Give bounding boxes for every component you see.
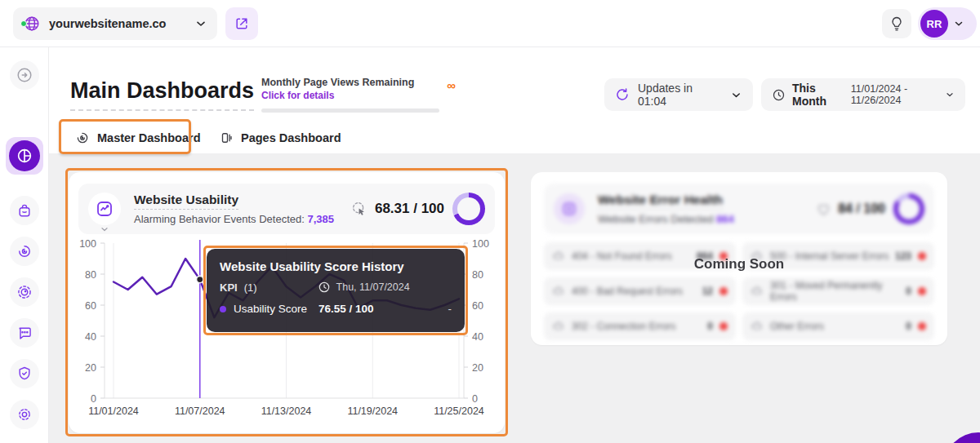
tooltip-title: Website Usability Score History — [220, 259, 452, 273]
sidebar-item-settings[interactable] — [10, 400, 39, 429]
error-status-dot — [918, 322, 926, 330]
page-header: Main Dashboards Monthly Page Views Remai… — [49, 47, 980, 122]
sidebar-item-security[interactable] — [10, 359, 39, 388]
page-views-block: Monthly Page Views Remaining Click for d… — [261, 77, 456, 113]
sidebar-item-recordings[interactable] — [10, 277, 39, 307]
page-title: Main Dashboards — [70, 78, 254, 111]
svg-text:11/25/2024: 11/25/2024 — [434, 405, 484, 417]
clock-icon — [318, 281, 331, 294]
svg-text:40: 40 — [85, 331, 96, 343]
error-card-subtitle: Website Errors Detected 864 — [598, 213, 816, 225]
error-card-header: Website Error Health Website Errors Dete… — [544, 184, 934, 234]
error-health-score: 84 / 100 — [838, 202, 885, 216]
error-card-title: Website Error Health — [598, 193, 723, 210]
usability-score-donut — [452, 193, 485, 225]
error-status-dot — [918, 287, 926, 295]
error-item-value: 0 — [707, 321, 713, 332]
website-name: yourwebsitename.co — [49, 17, 194, 30]
subtitle-text: Alarming Behavior Events Detected: — [134, 213, 307, 225]
tooltip-series-value: 76.55 / 100 — [318, 303, 448, 315]
error-item-label: 400 - Bad Request Errors — [572, 286, 702, 297]
spiral-icon — [75, 131, 90, 145]
pages-icon — [219, 131, 234, 145]
svg-text:100: 100 — [79, 238, 96, 250]
error-item-label: Other Errors — [770, 321, 906, 332]
globe-icon — [23, 15, 41, 33]
subtitle-value: 7,385 — [307, 213, 334, 225]
tab-pages-dashboard[interactable]: Pages Dashboard — [206, 122, 354, 153]
chevron-down-icon — [100, 224, 109, 234]
error-item-value: 0 — [906, 286, 911, 297]
sidebar-item-store[interactable] — [10, 196, 39, 225]
coming-soon-label: Coming Soon — [531, 256, 947, 272]
arrow-right-circle-icon — [16, 66, 33, 84]
avatar: RR — [920, 10, 948, 38]
usability-card-header: Website Usability Alarming Behavior Even… — [78, 184, 495, 234]
chevron-down-icon — [730, 89, 742, 101]
date-range-picker[interactable]: This Month 11/01/2024 - 11/26/2024 — [761, 78, 965, 111]
usability-card-icon[interactable] — [88, 193, 121, 225]
record-target-icon — [16, 284, 33, 300]
error-item-row: 400 - Bad Request Errors 12 — [544, 277, 736, 305]
usability-card-subtitle: Alarming Behavior Events Detected: 7,385 — [134, 213, 350, 225]
sidebar-collapse-button[interactable] — [10, 60, 39, 90]
chevron-down-icon — [194, 17, 207, 30]
updates-label: Updates in 01:04 — [638, 82, 722, 108]
open-website-button[interactable] — [225, 7, 258, 40]
svg-text:0: 0 — [91, 393, 96, 405]
svg-text:11/19/2024: 11/19/2024 — [347, 405, 398, 417]
error-item-row: 302 - Connection Errors 0 — [544, 312, 736, 340]
tab-label: Master Dashboard — [97, 131, 201, 144]
svg-text:20: 20 — [472, 362, 483, 374]
sidebar — [0, 47, 49, 443]
error-card-icon — [554, 193, 585, 224]
gear-icon — [16, 406, 33, 423]
svg-text:11/01/2024: 11/01/2024 — [88, 405, 139, 417]
svg-text:100: 100 — [472, 238, 489, 250]
dashboard-tabs: Master Dashboard Pages Dashboard — [49, 122, 980, 153]
svg-text:60: 60 — [85, 300, 96, 312]
svg-text:11/07/2024: 11/07/2024 — [175, 405, 225, 417]
chat-bubble-icon — [16, 325, 33, 341]
svg-text:0: 0 — [472, 393, 478, 405]
lightbulb-icon — [889, 16, 905, 32]
tooltip-series-name: Usability Score — [234, 303, 307, 315]
line-chart-icon — [95, 199, 114, 219]
shield-check-icon — [16, 365, 33, 382]
tooltip-kpi-label: KPI — [220, 281, 238, 294]
svg-text:80: 80 — [85, 269, 96, 281]
cursor-score-icon — [350, 200, 368, 218]
tips-button[interactable] — [882, 9, 911, 38]
subtitle-value: 864 — [716, 213, 734, 225]
usability-score: 68.31 / 100 — [375, 201, 444, 217]
error-item-row: Other Errors 0 — [742, 312, 934, 340]
cloud-icon — [751, 285, 764, 298]
page-views-label: Monthly Page Views Remaining — [261, 77, 456, 88]
website-selector[interactable]: yourwebsitename.co — [13, 7, 217, 40]
error-status-dot — [719, 287, 728, 295]
svg-text:60: 60 — [472, 300, 483, 312]
topbar: yourwebsitename.co RR — [0, 0, 980, 47]
period-label: This Month — [792, 82, 843, 108]
sidebar-item-dashboards[interactable] — [6, 137, 43, 175]
tab-master-dashboard[interactable]: Master Dashboard — [62, 122, 214, 153]
error-item-row: 301 - Moved Permanently Errors 0 — [742, 277, 934, 305]
cloud-icon — [552, 285, 565, 298]
cloud-icon — [751, 320, 764, 333]
account-menu[interactable]: RR — [918, 7, 977, 40]
tooltip-date: Thu, 11/07/2024 — [336, 281, 410, 293]
chevron-down-icon — [945, 90, 955, 100]
spiral-icon — [16, 243, 33, 259]
updates-dropdown[interactable]: Updates in 01:04 — [604, 78, 753, 111]
page-views-details-link[interactable]: Click for details — [261, 90, 456, 101]
svg-text:20: 20 — [85, 362, 96, 374]
sidebar-item-feedback[interactable] — [10, 318, 39, 348]
chevron-down-icon — [953, 18, 964, 29]
error-item-label: 301 - Moved Permanently Errors — [770, 280, 906, 303]
sidebar-item-journeys[interactable] — [10, 237, 39, 266]
usability-card-title: Website Usability — [134, 193, 238, 210]
tooltip-dash: - — [448, 303, 452, 315]
cloud-icon — [552, 320, 565, 333]
tooltip-kpi-count: (1) — [244, 281, 257, 294]
svg-text:11/13/2024: 11/13/2024 — [261, 405, 312, 417]
